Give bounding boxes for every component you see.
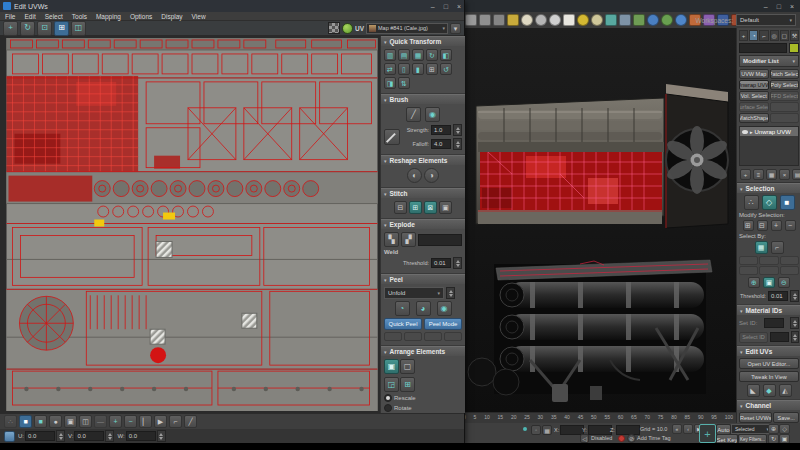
object-color-swatch[interactable] [789,43,799,53]
transform-tool-icon[interactable]: ⊞ [54,21,69,36]
modifier-button[interactable]: MatchShape [739,113,769,123]
uv-selection-mode-icon[interactable]: ∴ [4,415,17,428]
menu-item[interactable]: View [192,13,206,20]
brush-stroke-icon[interactable] [384,129,400,145]
toolbar-icon[interactable] [647,14,659,26]
explode-tool-icon[interactable]: ▞ [401,232,416,247]
uv-selection-mode-icon[interactable]: ◫ [79,415,92,428]
transform-tool-icon[interactable]: ◫ [71,21,86,36]
transform-tool-icon[interactable]: + [3,21,18,36]
toolbar-icon[interactable] [493,14,505,26]
show-grid-icon[interactable] [342,23,353,34]
stack-tool-icon[interactable]: × [779,169,790,180]
strength-field[interactable]: 1.0 [431,125,451,135]
stack-item-unwrap-uvw[interactable]: ▸ Unwrap UVW [740,127,798,136]
stack-tool-icon[interactable]: + [740,169,751,180]
w-field[interactable]: 0.0 [126,431,156,441]
subobject-mode-icon[interactable]: ◇ [762,195,777,210]
peel-icon[interactable]: ◕ [416,301,431,316]
lock-icon[interactable] [4,431,15,442]
strength-spinner[interactable] [453,124,462,136]
rescale-radio[interactable] [384,394,392,402]
uv-titlebar[interactable]: Edit UVWs – □ × [0,0,464,12]
rollout-edit-uvs-header[interactable]: ▾ Edit UVs [737,346,800,356]
modifier-button[interactable] [770,113,800,123]
brush-tool-icon[interactable]: ◉ [425,107,440,122]
workspace-dropdown[interactable]: Default ▾ [736,14,796,26]
quick-transform-icon[interactable]: ▤ [398,49,410,61]
grid-snap-icon[interactable]: ▦ [542,425,552,435]
expand-arrow-icon[interactable]: ▸ [750,129,753,135]
u-field[interactable]: 0.0 [25,431,55,441]
create-keyframe-button[interactable]: + [699,424,716,443]
quick-transform-icon[interactable]: ▦ [412,49,424,61]
rollout-channel-header[interactable]: ▾ Channel [737,400,800,410]
subobject-mode-icon[interactable]: ■ [780,195,795,210]
stitch-tool-icon[interactable]: ⊠ [424,201,437,214]
visibility-eye-icon[interactable] [742,130,748,134]
arrange-tool-icon[interactable]: ◲ [384,377,399,392]
close-icon[interactable]: × [790,3,794,10]
quick-transform-icon[interactable]: ⊞ [426,63,438,75]
explode-threshold-spinner[interactable] [453,257,462,269]
uv-selection-mode-icon[interactable]: ▣ [64,415,77,428]
modifier-stack[interactable]: ▸ Unwrap UVW [739,126,799,166]
toolbar-icon[interactable] [465,14,477,26]
peel-action-button[interactable]: Peel Mode [424,318,462,330]
toolbar-icon[interactable] [479,14,491,26]
close-icon[interactable]: × [457,3,461,10]
uv-selection-mode-icon[interactable]: ▏ [139,415,152,428]
menu-item[interactable]: Select [45,13,63,20]
uv-selection-mode-icon[interactable]: − [124,415,137,428]
modify-selection-icon[interactable]: ⊟ [757,220,768,231]
reset-uvws-button[interactable]: Reset UVWs [739,412,772,423]
v-spinner[interactable] [105,430,114,442]
modifier-button[interactable]: Patch Select [770,69,800,79]
command-panel-tab[interactable]: ◎ [770,30,779,41]
explode-mode-field[interactable] [418,234,462,246]
quick-transform-icon[interactable]: ▯ [398,63,410,75]
stack-tool-icon[interactable]: ≡ [753,169,764,180]
toolbar-icon[interactable] [577,14,589,26]
threshold-field[interactable]: 0.01 [768,291,788,301]
peel-icon[interactable]: ◉ [437,301,452,316]
arrange-tool-icon[interactable]: ▣ [384,359,399,374]
toolbar-icon[interactable] [633,14,645,26]
u-spinner[interactable] [56,430,65,442]
falloff-field[interactable]: 4.0 [431,139,451,149]
explode-tool-icon[interactable]: ▚ [384,232,399,247]
subobject-mode-icon[interactable]: ∴ [744,195,759,210]
z-field[interactable] [616,425,640,435]
quick-transform-icon[interactable]: ▥ [384,49,396,61]
rollout-selection-header[interactable]: ▾ Selection [737,183,800,193]
stitch-tool-icon[interactable]: ⊟ [394,201,407,214]
w-spinner[interactable] [157,430,166,442]
uv-selection-mode-icon[interactable]: ⌐ [169,415,182,428]
peel-action-button[interactable]: Quick Peel [384,318,422,330]
viewport-nav-icon[interactable]: ◇ [779,424,790,434]
command-panel-tab[interactable]: + [739,30,748,41]
modifier-list-dropdown[interactable]: Modifier List ▾ [739,55,799,67]
v-field[interactable]: 0.0 [74,431,104,441]
menu-item[interactable]: Display [161,13,182,20]
lock-selection-icon[interactable]: ◦ [531,425,541,435]
quick-transform-icon[interactable]: ↻ [426,49,438,61]
toolbar-icon[interactable] [591,14,603,26]
modifier-button[interactable]: UVW Map [739,69,769,79]
transform-tool-icon[interactable]: ↻ [20,21,35,36]
arrange-tool-icon[interactable]: ▢ [400,359,415,374]
save-uvws-button[interactable]: Save... [773,412,799,423]
select-by-icon[interactable]: ⌐ [771,241,784,254]
peel-spinner[interactable] [446,287,455,299]
open-uv-editor-button[interactable]: Open UV Editor... [739,358,799,369]
command-panel-tab[interactable]: ▢ [780,30,789,41]
tweak-in-view-button[interactable]: Tweak In View [739,371,799,382]
menu-item[interactable]: Edit [24,13,35,20]
maximize-icon[interactable]: □ [777,3,781,10]
command-panel-tab[interactable]: ⚒ [790,30,799,41]
add-time-tag-label[interactable]: Add Time Tag [637,435,671,441]
rollout-quick-transform-header[interactable]: ▾ Quick Transform [381,36,465,46]
stitch-tool-icon[interactable]: ▣ [439,201,452,214]
toolbar-icon[interactable] [507,14,519,26]
rollout-peel-uv-header[interactable]: ▾ Peel [381,274,465,284]
